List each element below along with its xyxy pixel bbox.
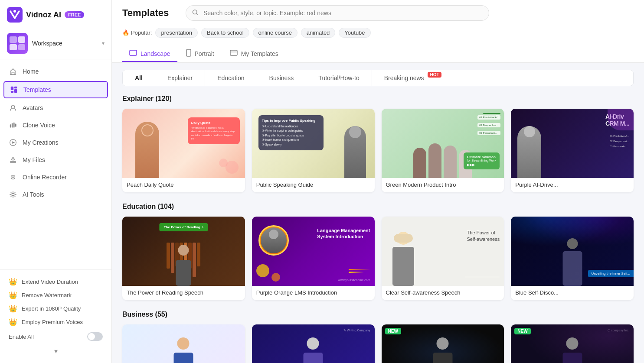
- upgrade-remove-watermark[interactable]: 👑 Remove Watermark: [7, 288, 105, 302]
- cat-tab-all[interactable]: All: [123, 70, 155, 86]
- enable-all-label: Enable All: [9, 334, 34, 340]
- quote-card: Daily Quote "Wellness is a journey, not …: [188, 117, 240, 144]
- sidebar-item-ai-tools[interactable]: AI Tools: [0, 186, 111, 203]
- sidebar-collapse-button[interactable]: ▾: [7, 344, 105, 358]
- sidebar-item-avatars[interactable]: Avatars: [0, 99, 111, 117]
- template-thumb-4: AI-DrivCRM M... 01 Predictive A... 02 De…: [511, 109, 634, 178]
- upgrade-export-1080p[interactable]: 👑 Export in 1080P Quality: [7, 302, 105, 315]
- template-card-public-speaking[interactable]: Tips to Improve Public Speaking ① Unders…: [252, 109, 375, 192]
- template-card-biz-3[interactable]: NEW: [382, 324, 504, 363]
- template-name-5: The Power of Reading Speech: [122, 286, 245, 300]
- disco-text: Unveiling the Inner Self...: [588, 270, 634, 277]
- home-icon: [9, 67, 17, 76]
- sidebar-mycreations-label: My Creations: [23, 139, 58, 146]
- svg-rect-7: [10, 124, 11, 127]
- template-card-self-awareness[interactable]: The Power ofSelf-awareness Clear Self-aw…: [382, 217, 504, 300]
- popular-tag-presentation[interactable]: presentation: [155, 28, 198, 38]
- sidebar-item-my-creations[interactable]: My Creations: [0, 134, 111, 151]
- explainer-grid: Daily Quote "Wellness is a journey, not …: [122, 109, 634, 192]
- template-card-biz-1[interactable]: [122, 324, 245, 363]
- my-creations-icon: [9, 138, 17, 147]
- sidebar-avatars-label: Avatars: [23, 104, 43, 111]
- sidebar-item-home[interactable]: Home: [0, 63, 111, 80]
- biz3-person: [431, 337, 454, 363]
- template-thumb-3: Ultimate Solution for Streamlining Work …: [382, 109, 504, 178]
- cat-tab-education[interactable]: Education: [205, 70, 257, 86]
- page-title: Templates: [122, 7, 179, 19]
- template-thumb-9: [122, 324, 245, 363]
- category-tabs: All Explainer Education Business Tutoria…: [122, 70, 634, 86]
- template-thumb-10: ✎ Writing Company: [252, 324, 375, 363]
- sidebar-item-my-files[interactable]: My Files: [0, 151, 111, 169]
- tips-card: Tips to Improve Public Speaking ① Unders…: [258, 115, 324, 150]
- tab-portrait-label: Portrait: [195, 50, 214, 57]
- sidebar-onlinerecorder-label: Online Recorder: [23, 174, 67, 181]
- yellow-deco-2: [271, 273, 280, 282]
- sidebar-templates-label: Templates: [23, 86, 51, 93]
- svg-point-1: [13, 10, 16, 13]
- svg-rect-8: [12, 123, 13, 128]
- popular-tag-back-to-school[interactable]: Back to school: [201, 28, 249, 38]
- tab-landscape[interactable]: Landscape: [122, 46, 177, 62]
- cat-tab-breaking-news[interactable]: Breaking news HOT: [372, 70, 443, 86]
- cat-tab-explainer[interactable]: Explainer: [155, 70, 205, 86]
- template-card-biz-4[interactable]: NEW ⬡ company Inc.: [511, 324, 634, 363]
- free-badge: FREE: [65, 11, 84, 18]
- header: Templates 🔥 Popular: presentation Back t…: [112, 0, 644, 63]
- upgrade-premium-voices[interactable]: 👑 Employ Premium Voices: [7, 315, 105, 329]
- template-thumb-7: The Power ofSelf-awareness: [382, 217, 504, 286]
- template-card-reading-speech[interactable]: The Power of Reading › The Power of Read…: [122, 217, 245, 300]
- upgrade-1080p-label: Export in 1080P Quality: [22, 305, 81, 312]
- person-figure-2: [344, 126, 366, 178]
- product-text: Ultimate Solution for Streamlining Work …: [464, 152, 500, 169]
- template-card-lms[interactable]: Language ManagementSystem Introduction w…: [252, 217, 375, 300]
- workspace-avatar: [7, 33, 28, 54]
- svg-point-14: [12, 176, 14, 178]
- template-name-7: Clear Self-awareness Speech: [382, 286, 504, 300]
- sidebar-item-templates[interactable]: Templates: [3, 81, 108, 98]
- crown-icon-3: 👑: [9, 305, 17, 313]
- svg-point-6: [11, 105, 14, 108]
- cat-tab-tutorial[interactable]: Tutorial/How-to: [306, 70, 372, 86]
- tab-portrait[interactable]: Portrait: [179, 45, 221, 63]
- search-input[interactable]: [186, 5, 489, 21]
- workspace-info: Workspace: [32, 40, 98, 47]
- hot-badge: HOT: [428, 72, 441, 78]
- ai-list: 01 Predictive A... 02 Deeper Insi... 03 …: [610, 135, 629, 148]
- feature-list: 01 Predictive A... 02 Deeper Insi... 03 …: [477, 115, 500, 135]
- portrait-icon: [186, 49, 191, 58]
- self-aware-text: The Power ofSelf-awareness: [467, 230, 500, 243]
- fire-icon: 🔥: [122, 29, 129, 36]
- workspace-section[interactable]: Workspace ▾: [0, 26, 111, 59]
- workspace-label: Workspace: [32, 40, 98, 47]
- upgrade-extend-video[interactable]: 👑 Extend Video Duration: [7, 275, 105, 288]
- tab-my-templates[interactable]: My Templates: [223, 46, 285, 62]
- my-files-icon: [9, 156, 17, 164]
- person-figure-1: [135, 122, 159, 178]
- person-circle: [258, 225, 289, 256]
- template-thumb-12: NEW ⬡ company Inc.: [511, 324, 634, 363]
- template-card-blue-disco[interactable]: Unveiling the Inner Self... Blue Self-Di…: [511, 217, 634, 300]
- biz1-person: [172, 337, 196, 363]
- popular-tag-youtube[interactable]: Youtube: [339, 28, 370, 38]
- template-card-purple-ai[interactable]: AI-DrivCRM M... 01 Predictive A... 02 De…: [511, 109, 634, 192]
- person-figure-7: [390, 230, 416, 286]
- templates-content: All Explainer Education Business Tutoria…: [112, 63, 644, 363]
- search-bar: [186, 5, 489, 21]
- workspace-avatar-grid: [10, 36, 25, 50]
- template-card-peach-daily-quote[interactable]: Daily Quote "Wellness is a journey, not …: [122, 109, 245, 192]
- svg-rect-18: [186, 49, 191, 56]
- enable-all-toggle[interactable]: [87, 332, 103, 341]
- new-badge-3: NEW: [385, 328, 401, 334]
- cat-tab-business[interactable]: Business: [257, 70, 307, 86]
- sidebar-item-online-recorder[interactable]: Online Recorder: [0, 169, 111, 186]
- template-card-green-product[interactable]: Ultimate Solution for Streamlining Work …: [382, 109, 504, 192]
- section-title-explainer: Explainer (120): [122, 95, 634, 103]
- education-grid: The Power of Reading › The Power of Read…: [122, 217, 634, 300]
- template-card-biz-2[interactable]: ✎ Writing Company: [252, 324, 375, 363]
- popular-tag-animated[interactable]: animated: [301, 28, 335, 38]
- yellow-deco-1: [256, 264, 269, 277]
- popular-tag-online-course[interactable]: online course: [253, 28, 297, 38]
- templates-icon: [10, 85, 18, 94]
- sidebar-item-clone-voice[interactable]: Clone Voice: [0, 117, 111, 134]
